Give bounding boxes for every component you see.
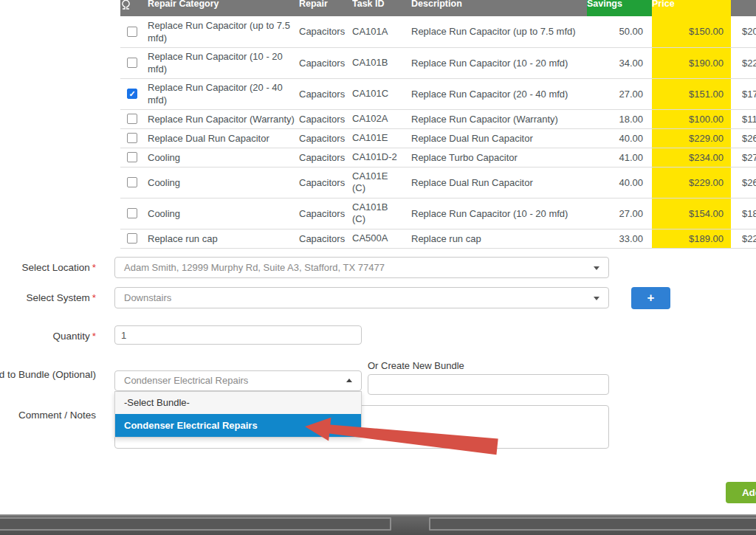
description-cell: Replace Dual Run Capacitor	[411, 167, 587, 198]
repair-category-cell: Replace Dual Run Capacitor	[144, 128, 299, 148]
price-cutoff-cell: $269	[731, 128, 756, 148]
row-checkbox[interactable]	[127, 152, 137, 162]
table-row: CoolingCapacitorsCA101E (C)Replace Dual …	[120, 167, 756, 198]
repair-category-cell: Replace Run Capacitor (20 - 40 mfd)	[144, 78, 299, 109]
savings-cell: 27.00	[587, 78, 652, 109]
checkbox-cell	[120, 167, 144, 198]
price-cell: $154.00	[652, 198, 731, 229]
add-to-bundle-label: Add to Bundle (Optional)	[0, 369, 96, 380]
repair-cell: Capacitors	[299, 16, 352, 47]
repair-category-cell: Replace run cap	[144, 229, 299, 248]
description-cell: Replace Run Capacitor (up to 7.5 mfd)	[411, 16, 587, 47]
add-system-button[interactable]: +	[631, 287, 670, 309]
description-cell: Replace Turbo Capacitor	[411, 148, 587, 167]
checkbox-cell	[120, 148, 144, 167]
checkbox-cell	[120, 16, 144, 47]
savings-cell: 34.00	[587, 47, 652, 78]
column-header-price-cutoff: P	[731, 0, 756, 16]
price-cutoff-cell: $224	[731, 47, 756, 78]
row-checkbox[interactable]	[127, 114, 137, 124]
column-header-repair: Repair	[299, 0, 352, 16]
price-cutoff-cell: $222	[731, 229, 756, 248]
background-panel-left	[0, 517, 391, 531]
table-row: Replace run capCapacitorsCA500AReplace r…	[120, 229, 756, 248]
repair-category-cell: Cooling	[144, 198, 299, 229]
price-cell: $229.00	[652, 167, 731, 198]
bundle-dropdown-list: -Select Bundle-Condenser Electrical Repa…	[114, 391, 362, 438]
repair-cell: Capacitors	[299, 47, 352, 78]
or-create-new-bundle-label: Or Create New Bundle	[368, 360, 464, 371]
dropdown-option-highlighted[interactable]: Condenser Electrical Repairs	[115, 414, 361, 437]
task-id-cell: CA101B (C)	[352, 198, 411, 229]
dropdown-option[interactable]: -Select Bundle-	[115, 392, 361, 414]
chevron-up-icon	[346, 379, 352, 382]
quantity-label: Quantity*	[52, 331, 96, 342]
repair-category-cell: Cooling	[144, 148, 299, 167]
repair-category-cell: Replace Run Capacitor (10 - 20 mfd)	[144, 47, 299, 78]
task-id-cell: CA101E (C)	[352, 167, 411, 198]
row-checkbox-checked[interactable]: ✓	[127, 89, 137, 99]
checkbox-cell	[120, 198, 144, 229]
chevron-down-icon	[594, 297, 599, 300]
repair-cell: Capacitors	[299, 148, 352, 167]
task-id-cell: CA500A	[352, 229, 411, 248]
repair-cell: Capacitors	[299, 128, 352, 148]
row-checkbox[interactable]	[127, 27, 137, 37]
row-checkbox[interactable]	[127, 233, 137, 244]
price-cutoff-cell: $269	[731, 167, 756, 198]
price-cell: $151.00	[652, 78, 731, 109]
table-row: CoolingCapacitorsCA101D-2Replace Turbo C…	[120, 148, 756, 167]
savings-cell: 18.00	[587, 109, 652, 128]
row-checkbox[interactable]	[127, 177, 137, 187]
select-system-dropdown[interactable]: Downstairs	[114, 287, 609, 308]
repair-cell: Capacitors	[299, 198, 352, 229]
comment-notes-label: Comment / Notes	[18, 410, 96, 421]
background-panel-right	[429, 517, 756, 531]
description-cell: Replace run cap	[411, 229, 587, 248]
table-row: Replace Run Capacitor (10 - 20 mfd)Capac…	[120, 47, 756, 78]
price-cutoff-cell: $118	[731, 109, 756, 128]
background-page-band	[0, 514, 756, 535]
task-id-cell: CA101E	[352, 128, 411, 148]
description-cell: Replace Run Capacitor (10 - 20 mfd)	[411, 198, 587, 229]
new-bundle-input[interactable]	[368, 374, 609, 395]
column-header-price: Price	[652, 0, 731, 16]
column-header-repair-category: Repair Category	[144, 0, 299, 16]
column-header-task-id: Task ID	[352, 0, 411, 16]
table-header-row: Repair Category Repair Task ID Descripti…	[120, 0, 756, 16]
select-system-label: Select System*	[26, 292, 96, 303]
table-row: Replace Run Capacitor (Warranty)Capacito…	[120, 109, 756, 128]
price-cell: $234.00	[652, 148, 731, 167]
column-header-description: Description	[411, 0, 587, 16]
repair-cell: Capacitors	[299, 78, 352, 109]
description-cell: Replace Run Capacitor (10 - 20 mfd)	[411, 47, 587, 78]
cart-icon	[120, 0, 144, 13]
chevron-down-icon	[594, 266, 599, 270]
row-checkbox[interactable]	[127, 208, 137, 218]
row-checkbox[interactable]	[127, 133, 137, 143]
repair-category-cell: Replace Run Capacitor (up to 7.5 mfd)	[144, 16, 299, 47]
row-checkbox[interactable]	[127, 58, 137, 68]
price-cell: $229.00	[652, 128, 731, 148]
task-id-cell: CA101D-2	[352, 148, 411, 167]
description-cell: Replace Dual Run Capacitor	[411, 128, 587, 148]
select-location-dropdown[interactable]: Adam Smith, 12999 Murphy Rd, Suite A3, S…	[114, 257, 609, 278]
price-cutoff-cell: $275	[731, 148, 756, 167]
task-id-cell: CA101C	[352, 78, 411, 109]
price-cell: $150.00	[652, 16, 731, 47]
quantity-input[interactable]	[114, 325, 362, 345]
add-button[interactable]: Add	[726, 482, 756, 503]
price-cell: $100.00	[652, 109, 731, 128]
cart-column-header	[120, 0, 144, 16]
repair-cell: Capacitors	[299, 109, 352, 128]
task-id-cell: CA102A	[352, 109, 411, 128]
checkbox-cell: ✓	[120, 78, 144, 109]
price-cutoff-cell: $181	[731, 198, 756, 229]
savings-cell: 33.00	[587, 229, 652, 248]
table-row: Replace Dual Run CapacitorCapacitorsCA10…	[120, 128, 756, 148]
repair-cell: Capacitors	[299, 229, 352, 248]
bundle-select-dropdown[interactable]: Condenser Electrical Repairs	[114, 370, 362, 391]
select-location-label: Select Location*	[21, 262, 96, 273]
description-cell: Replace Run Capacitor (20 - 40 mfd)	[411, 78, 587, 109]
price-cutoff-cell: $200	[731, 16, 756, 47]
